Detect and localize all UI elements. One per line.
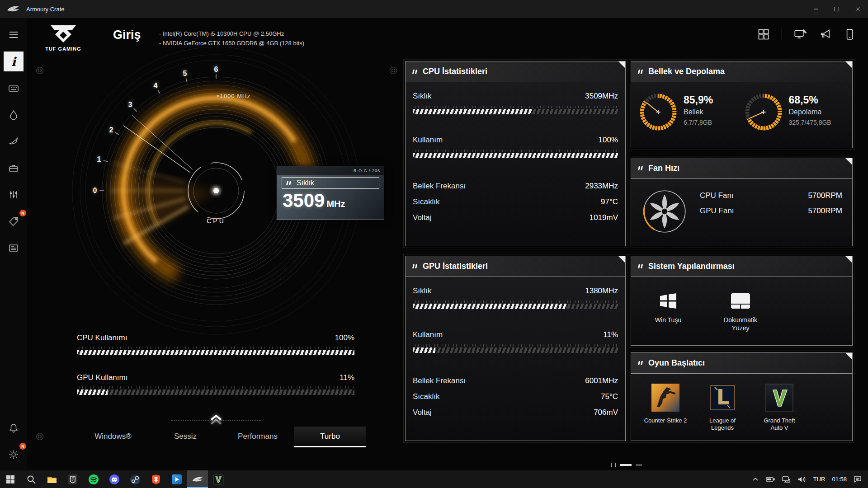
clock[interactable]: 01:58 [832, 476, 847, 483]
memory-percent: 85,9% [684, 94, 713, 106]
gpu-fan-label: GPU Fanı [700, 206, 734, 216]
taskbar-gtav[interactable] [208, 470, 229, 488]
gpu-memfreq-label: Bellek Frekansı [413, 376, 466, 385]
gauge-scale-label: ×1000 MHz [216, 93, 250, 99]
system-panel-title-row: Sistem Yapılandırması [631, 256, 852, 277]
taskbar-brave[interactable] [146, 470, 166, 488]
pager-active[interactable] [620, 464, 632, 466]
taskbar-epic-games[interactable] [62, 470, 83, 488]
start-button[interactable] [0, 470, 21, 488]
decor-ring [390, 67, 397, 74]
windows-start-icon [6, 475, 15, 484]
gpu-load-label: Kullanım [413, 329, 443, 341]
pager-square[interactable] [611, 463, 616, 467]
quote-mark-icon [638, 264, 644, 269]
sidebar-item-game-library[interactable] [4, 158, 24, 178]
cpu-memfreq-row: Bellek Frekansı 2933MHz [413, 178, 618, 194]
cpu-freq-bar [413, 109, 618, 114]
mode-tab-windows[interactable]: Windows® [77, 427, 149, 447]
gpu-usage-value: 11% [340, 373, 354, 382]
windows-taskbar: TUR 01:58 [0, 470, 868, 488]
panel-corner [845, 158, 852, 165]
gpu-usage-block: GPU Kullanımı 11% [77, 373, 354, 395]
storage-detail: 325,7/475,8GB [789, 119, 831, 126]
touchpad-toggle[interactable]: Dokunmatik Yüzey [719, 290, 762, 332]
frequency-value: 3509 [283, 191, 325, 211]
mode-tab-silent[interactable]: Sessiz [149, 427, 222, 447]
action-center-icon[interactable] [854, 476, 862, 483]
volume-icon[interactable] [797, 476, 807, 483]
gpu-freq-value: 1380MHz [585, 285, 618, 297]
sidebar-item-home[interactable]: i [4, 52, 24, 71]
taskbar-spotify[interactable] [83, 470, 104, 488]
gpu-load-bar [413, 347, 618, 353]
cpu-load-value: 100% [599, 134, 618, 146]
win-key-toggle[interactable]: Win Tuşu [646, 290, 690, 332]
sidebar-item-tuning[interactable] [4, 185, 24, 205]
memory-panel-title: Bellek ve Depolama [648, 67, 725, 76]
close-button[interactable] [847, 0, 868, 18]
tuf-emblem-icon [49, 23, 78, 43]
settings-button[interactable]: N [4, 445, 24, 465]
game-tile-gtav[interactable]: Grand Theft Auto V [758, 384, 801, 432]
tray-expand-icon[interactable] [752, 476, 759, 483]
tag-icon [8, 216, 19, 227]
gpu-usage-label: GPU Kullanımı [77, 373, 127, 382]
device-edit-icon[interactable] [794, 28, 807, 41]
storage-percent: 68,5% [789, 94, 831, 106]
cs2-label: Counter-Strike 2 [644, 417, 687, 424]
gpu-freq-fill [413, 304, 567, 309]
notifications-button[interactable] [4, 418, 24, 438]
language-indicator[interactable]: TUR [813, 476, 826, 483]
gpu-fan-row: GPU Fanı 5700RPM [700, 203, 842, 219]
layout-grid-icon[interactable] [757, 28, 770, 41]
mode-tab-turbo[interactable]: Turbo [294, 427, 366, 447]
gauge-tick-5: 5 [183, 70, 187, 78]
gpu-stats-panel: GPU İstatistikleri Sıklık 1380MHz Kullan… [405, 256, 626, 441]
cpu-memfreq-value: 2933MHz [585, 181, 618, 191]
mobile-device-icon[interactable] [844, 28, 855, 41]
network-icon[interactable] [782, 476, 791, 483]
armoury-crate-icon [192, 475, 203, 483]
taskbar-steam[interactable] [125, 470, 146, 488]
taskbar-armoury-crate[interactable] [187, 470, 208, 488]
windows-key-icon [658, 291, 679, 311]
sidebar-item-devices[interactable] [4, 78, 24, 98]
taskbar-file-explorer[interactable] [42, 470, 62, 488]
folder-icon [47, 474, 57, 485]
tuf-gaming-logo: TUF GAMING [43, 23, 84, 52]
sidebar-item-scenario[interactable] [4, 131, 24, 151]
win-key-label: Win Tuşu [646, 316, 690, 324]
pager-inactive[interactable] [636, 464, 642, 466]
memory-ring-gauge [637, 91, 679, 133]
sliders-icon [8, 189, 19, 200]
taskbar-search[interactable] [21, 470, 42, 488]
gpu-temp-label: Sıcaklık [413, 392, 440, 401]
gpu-panel-title-row: GPU İstatistikleri [406, 256, 625, 277]
sidebar-item-news[interactable] [4, 238, 24, 258]
toolbox-icon [8, 163, 19, 174]
megaphone-icon[interactable] [819, 28, 832, 41]
spotify-icon [88, 474, 99, 485]
system-tray: TUR 01:58 [752, 470, 868, 488]
cpu-freq-fill [413, 109, 532, 114]
cpu-voltage-value: 1019mV [590, 213, 618, 222]
minimize-button[interactable] [806, 0, 826, 18]
sidebar-item-offers[interactable]: N [4, 211, 24, 231]
memory-panel-title-row: Bellek ve Depolama [631, 61, 852, 82]
system-panel-title: Sistem Yapılandırması [648, 262, 735, 271]
quote-mark-icon [413, 69, 419, 74]
sidebar-item-aura[interactable] [4, 105, 24, 125]
menu-button[interactable] [4, 25, 24, 45]
game-tile-lol[interactable]: League of Legends [701, 384, 744, 432]
panel-corner [618, 256, 625, 263]
cpu-usage-fill [77, 350, 354, 355]
maximize-button[interactable] [826, 0, 847, 18]
collapse-chevron[interactable] [209, 413, 223, 427]
ruler [77, 347, 354, 349]
battery-icon[interactable] [766, 476, 775, 483]
game-tile-cs2[interactable]: Counter-Strike 2 [644, 384, 687, 432]
taskbar-discord[interactable] [104, 470, 125, 488]
taskbar-media-app[interactable] [166, 470, 187, 488]
mode-tab-performance[interactable]: Performans [222, 427, 294, 447]
